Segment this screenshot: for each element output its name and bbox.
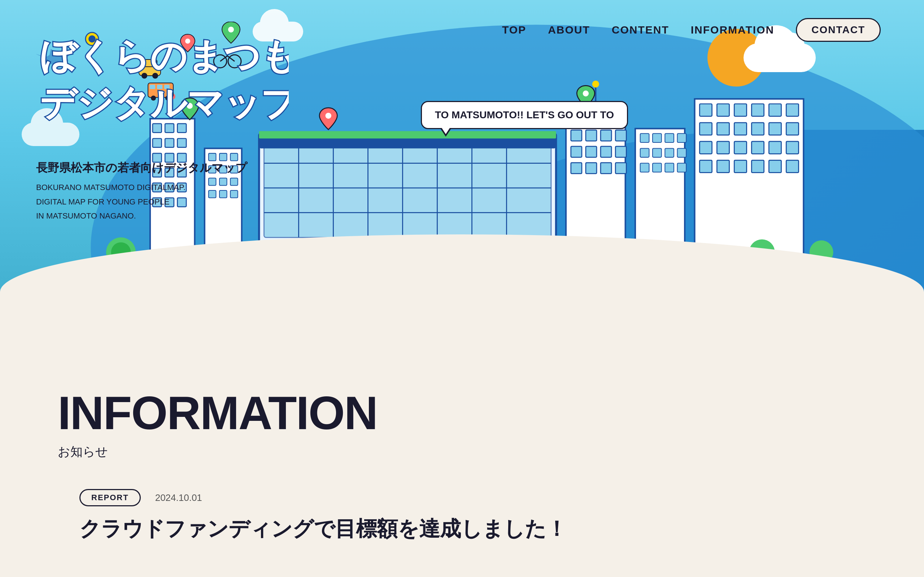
svg-rect-107: [601, 163, 611, 174]
svg-rect-134: [751, 122, 764, 135]
svg-rect-102: [586, 147, 597, 157]
svg-rect-130: [786, 104, 798, 116]
svg-rect-116: [640, 148, 649, 157]
svg-rect-125: [699, 104, 712, 116]
svg-rect-120: [640, 163, 649, 172]
subtitle-ja: 長野県松本市の若者向けデジタルマップ: [36, 160, 289, 176]
logo-area: ぼくらのまつもと デジタルマップ 長野県松本市の若者向けデジタルマップ BOKU…: [36, 22, 289, 223]
svg-text:ぼくらのまつもと: ぼくらのまつもと: [40, 36, 289, 76]
svg-rect-119: [677, 148, 687, 157]
svg-rect-128: [751, 104, 764, 116]
svg-rect-103: [601, 147, 611, 157]
nav-information[interactable]: INFORMATION: [691, 24, 774, 36]
nav-about[interactable]: ABOUT: [548, 24, 590, 36]
section-title: INFORMATION: [58, 390, 866, 436]
svg-rect-122: [665, 163, 674, 172]
svg-rect-123: [677, 163, 687, 172]
svg-rect-127: [734, 104, 746, 116]
subtitle-en: BOKURANO MATSUMOTO DIGITALMAP. DIGITAL M…: [36, 180, 289, 223]
svg-rect-132: [717, 122, 729, 135]
svg-rect-104: [615, 147, 626, 157]
site-logo: ぼくらのまつもと デジタルマップ: [36, 22, 289, 144]
svg-rect-106: [586, 163, 597, 174]
speech-bubble: TO MATSUMOTO!! LET'S GO OUT TO: [421, 101, 628, 129]
svg-rect-148: [786, 160, 798, 172]
svg-rect-88: [259, 131, 556, 139]
svg-rect-105: [571, 163, 582, 174]
svg-point-10: [228, 27, 234, 32]
svg-rect-146: [751, 160, 764, 172]
svg-rect-101: [571, 147, 582, 157]
svg-rect-133: [734, 122, 746, 135]
svg-rect-99: [601, 130, 611, 141]
section-subtitle: お知らせ: [58, 443, 866, 460]
report-title[interactable]: クラウドファンディングで目標額を達成しました！: [79, 515, 866, 543]
report-meta: REPORT 2024.10.01: [79, 489, 866, 506]
hero-section: TOP ABOUT CONTENT INFORMATION CONTACT: [0, 0, 924, 346]
svg-rect-97: [571, 130, 582, 141]
svg-rect-117: [653, 148, 662, 157]
svg-rect-129: [769, 104, 781, 116]
svg-point-173: [325, 113, 331, 119]
svg-rect-141: [769, 141, 781, 154]
svg-rect-100: [615, 130, 626, 141]
svg-rect-142: [786, 141, 798, 154]
svg-point-110: [592, 81, 599, 88]
svg-rect-147: [769, 160, 781, 172]
nav-top[interactable]: TOP: [502, 24, 526, 36]
svg-rect-140: [751, 141, 764, 154]
svg-rect-136: [786, 122, 798, 135]
hero-bottom-wave: [0, 234, 924, 346]
cloud-decoration-2: [743, 43, 816, 72]
svg-rect-112: [640, 134, 649, 142]
svg-rect-138: [717, 141, 729, 154]
svg-rect-115: [677, 134, 687, 142]
svg-rect-113: [653, 134, 662, 142]
svg-rect-145: [734, 160, 746, 172]
svg-rect-135: [769, 122, 781, 135]
nav-content[interactable]: CONTENT: [612, 24, 669, 36]
report-badge[interactable]: REPORT: [79, 489, 141, 506]
svg-rect-131: [699, 122, 712, 135]
svg-rect-118: [665, 148, 674, 157]
svg-rect-121: [653, 163, 662, 172]
svg-text:デジタルマップ: デジタルマップ: [40, 82, 289, 123]
svg-rect-144: [717, 160, 729, 172]
svg-rect-139: [734, 141, 746, 154]
nav-contact[interactable]: CONTACT: [796, 18, 881, 42]
svg-rect-137: [699, 141, 712, 154]
svg-rect-98: [586, 130, 597, 141]
svg-rect-143: [699, 160, 712, 172]
report-item: REPORT 2024.10.01 クラウドファンディングで目標額を達成しました…: [58, 489, 866, 543]
svg-rect-126: [717, 104, 729, 116]
info-section: INFORMATION お知らせ REPORT 2024.10.01 クラウドフ…: [0, 346, 924, 577]
svg-point-174: [583, 90, 589, 96]
main-navigation: TOP ABOUT CONTENT INFORMATION CONTACT: [502, 0, 924, 42]
report-date: 2024.10.01: [155, 492, 202, 503]
svg-rect-108: [615, 163, 626, 174]
svg-rect-114: [665, 134, 674, 142]
